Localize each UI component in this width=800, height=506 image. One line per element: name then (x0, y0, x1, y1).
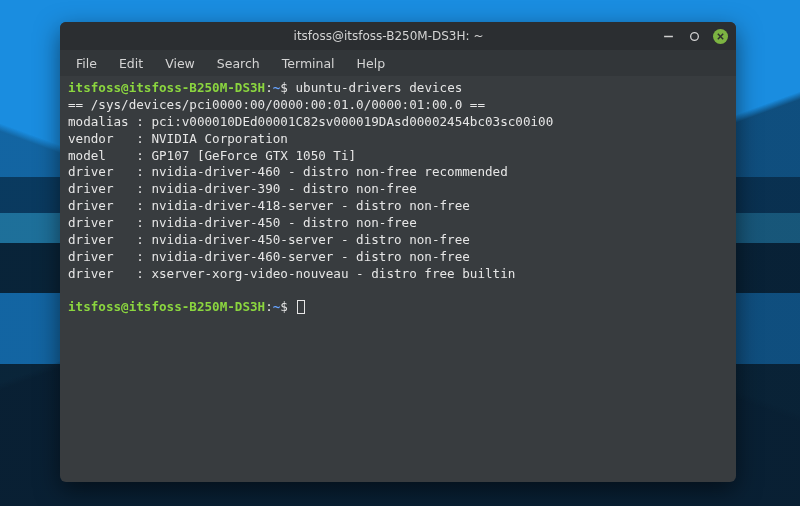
prompt-user: itsfoss@itsfoss-B250M-DS3H (68, 299, 265, 314)
output-line: driver : nvidia-driver-450-server - dist… (68, 232, 470, 247)
window-controls (661, 29, 728, 44)
output-line: driver : xserver-xorg-video-nouveau - di… (68, 266, 515, 281)
output-line: driver : nvidia-driver-390 - distro non-… (68, 181, 417, 196)
menubar: File Edit View Search Terminal Help (60, 50, 736, 76)
menu-terminal[interactable]: Terminal (272, 53, 345, 74)
close-button[interactable] (713, 29, 728, 44)
prompt-sep: : (265, 80, 273, 95)
window-title: itsfoss@itsfoss-B250M-DS3H: ~ (116, 29, 661, 43)
prompt-symbol: $ (280, 299, 288, 314)
terminal-body[interactable]: itsfoss@itsfoss-B250M-DS3H:~$ ubuntu-dri… (60, 76, 736, 482)
svg-point-1 (690, 32, 698, 40)
prompt-symbol: $ (280, 80, 288, 95)
output-line: driver : nvidia-driver-460-server - dist… (68, 249, 470, 264)
output-line: driver : nvidia-driver-460 - distro non-… (68, 164, 508, 179)
output-line: modalias : pci:v000010DEd00001C82sv00001… (68, 114, 553, 129)
command-entered: ubuntu-drivers devices (296, 80, 463, 95)
menu-file[interactable]: File (66, 53, 107, 74)
titlebar[interactable]: itsfoss@itsfoss-B250M-DS3H: ~ (60, 22, 736, 50)
prompt-user: itsfoss@itsfoss-B250M-DS3H (68, 80, 265, 95)
minimize-button[interactable] (661, 29, 675, 43)
maximize-button[interactable] (687, 29, 701, 43)
menu-search[interactable]: Search (207, 53, 270, 74)
menu-help[interactable]: Help (347, 53, 396, 74)
menu-view[interactable]: View (155, 53, 205, 74)
terminal-window: itsfoss@itsfoss-B250M-DS3H: ~ File Edit … (60, 22, 736, 482)
output-line: vendor : NVIDIA Corporation (68, 131, 288, 146)
output-line: driver : nvidia-driver-450 - distro non-… (68, 215, 417, 230)
prompt-sep: : (265, 299, 273, 314)
output-line: model : GP107 [GeForce GTX 1050 Ti] (68, 148, 356, 163)
menu-edit[interactable]: Edit (109, 53, 153, 74)
output-line: driver : nvidia-driver-418-server - dist… (68, 198, 470, 213)
cursor (297, 300, 305, 314)
output-line: == /sys/devices/pci0000:00/0000:00:01.0/… (68, 97, 485, 112)
